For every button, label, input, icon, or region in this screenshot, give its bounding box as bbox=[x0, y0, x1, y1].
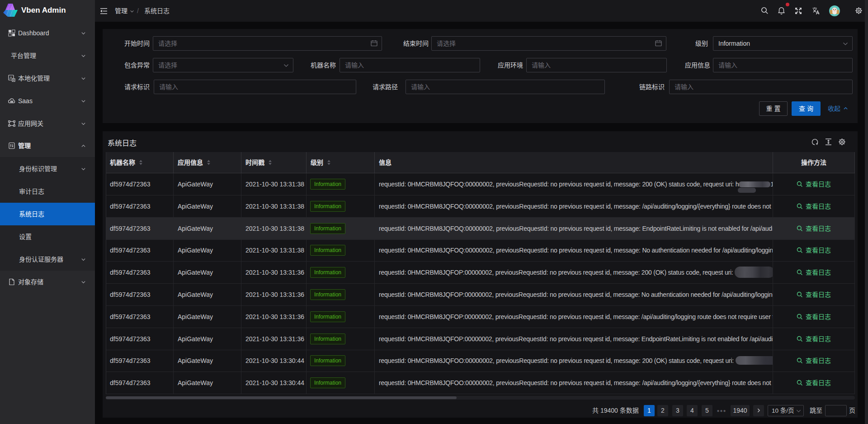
svg-text:A: A bbox=[9, 76, 12, 80]
